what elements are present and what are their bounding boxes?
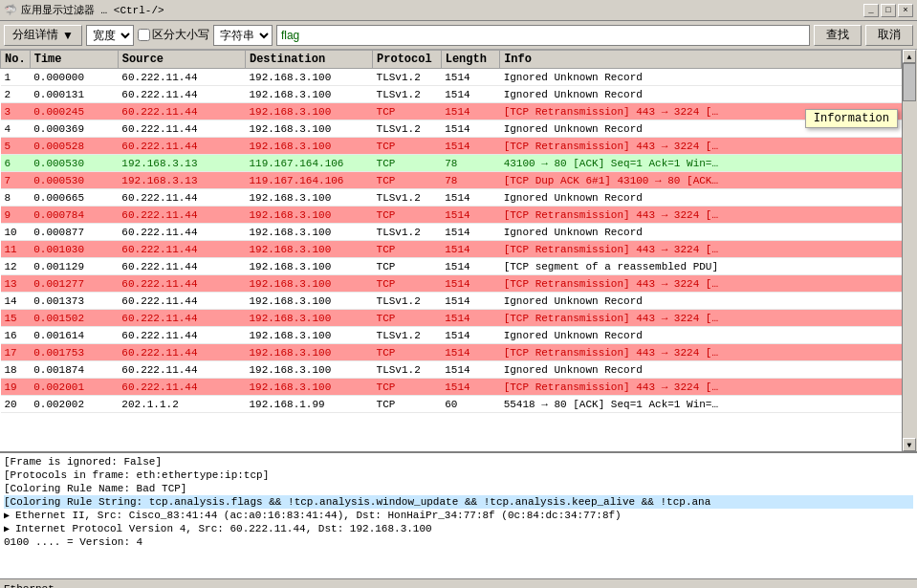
close-button[interactable]: × bbox=[898, 4, 913, 17]
packet-dst: 192.168.3.100 bbox=[245, 327, 372, 344]
header-source: Source bbox=[118, 51, 245, 69]
packet-proto: TCP bbox=[373, 138, 442, 155]
packet-dst: 192.168.3.100 bbox=[245, 310, 372, 327]
packet-dst: 192.168.3.100 bbox=[245, 379, 372, 396]
table-row[interactable]: 90.00078460.222.11.44192.168.3.100TCP151… bbox=[1, 207, 902, 224]
packet-dst: 192.168.3.100 bbox=[245, 361, 372, 379]
packet-time: 0.001277 bbox=[30, 275, 118, 293]
table-row[interactable]: 80.00066560.222.11.44192.168.3.100TLSv1.… bbox=[1, 189, 902, 207]
scroll-up-button[interactable]: ▲ bbox=[903, 50, 916, 63]
width-select[interactable]: 宽度 bbox=[86, 25, 134, 46]
cancel-button[interactable]: 取消 bbox=[865, 25, 913, 46]
table-row[interactable]: 20.00013160.222.11.44192.168.3.100TLSv1.… bbox=[1, 86, 902, 103]
packet-len: 1514 bbox=[441, 361, 499, 379]
table-row[interactable]: 120.00112960.222.11.44192.168.3.100TCP15… bbox=[1, 258, 902, 275]
packet-len: 78 bbox=[441, 155, 499, 172]
packet-src: 60.222.11.44 bbox=[118, 224, 245, 241]
detail-item-text: Internet Protocol Version 4, Src: 60.222… bbox=[15, 523, 432, 534]
scroll-down-button[interactable]: ▼ bbox=[903, 438, 916, 451]
packet-dst: 192.168.3.100 bbox=[245, 138, 372, 155]
table-row[interactable]: 130.00127760.222.11.44192.168.3.100TCP15… bbox=[1, 275, 902, 293]
table-row[interactable]: 150.00150260.222.11.44192.168.3.100TCP15… bbox=[1, 310, 902, 327]
detail-line: [Coloring Rule String: tcp.analysis.flag… bbox=[4, 495, 913, 509]
packet-no: 9 bbox=[1, 207, 31, 224]
detail-expandable-item[interactable]: ▶Ethernet II, Src: Cisco_83:41:44 (ac:a0… bbox=[4, 509, 913, 522]
header-protocol: Protocol bbox=[373, 51, 442, 69]
packet-time: 0.001502 bbox=[30, 310, 118, 327]
packet-dst: 192.168.3.100 bbox=[245, 293, 372, 310]
table-row[interactable]: 100.00087760.222.11.44192.168.3.100TLSv1… bbox=[1, 224, 902, 241]
packet-proto: TLSv1.2 bbox=[373, 69, 442, 86]
packet-no: 1 bbox=[1, 69, 31, 86]
maximize-button[interactable]: □ bbox=[881, 4, 896, 17]
packet-len: 78 bbox=[441, 172, 499, 189]
packet-len: 1514 bbox=[441, 224, 499, 241]
detail-expandable-item[interactable]: ▶Internet Protocol Version 4, Src: 60.22… bbox=[4, 522, 913, 535]
minimize-button[interactable]: _ bbox=[863, 4, 879, 17]
packet-no: 20 bbox=[1, 396, 31, 413]
packet-proto: TCP bbox=[373, 207, 442, 224]
table-row[interactable]: 40.00036960.222.11.44192.168.3.100TLSv1.… bbox=[1, 120, 902, 138]
packet-no: 12 bbox=[1, 258, 31, 275]
scroll-thumb[interactable] bbox=[903, 63, 916, 101]
packet-info: Ignored Unknown Record bbox=[500, 361, 902, 379]
packet-info: 43100 → 80 [ACK] Seq=1 Ack=1 Win=… bbox=[500, 155, 902, 172]
packet-proto: TLSv1.2 bbox=[373, 224, 442, 241]
search-button[interactable]: 查找 bbox=[814, 25, 862, 46]
table-row[interactable]: 200.002002202.1.1.2192.168.1.99TCP605541… bbox=[1, 396, 902, 413]
packet-len: 1514 bbox=[441, 241, 499, 258]
packet-time: 0.001129 bbox=[30, 258, 118, 275]
packet-proto: TCP bbox=[373, 258, 442, 275]
packet-proto: TLSv1.2 bbox=[373, 120, 442, 138]
case-sensitive-checkbox[interactable] bbox=[138, 29, 150, 41]
detail-button[interactable]: 分组详情 ▼ bbox=[4, 25, 82, 46]
match-type-select[interactable]: 字符串 bbox=[213, 25, 273, 46]
packet-src: 60.222.11.44 bbox=[118, 69, 245, 86]
packet-time: 0.000665 bbox=[30, 189, 118, 207]
packet-info: [TCP Retransmission] 443 → 3224 [… bbox=[500, 275, 902, 293]
packet-src: 60.222.11.44 bbox=[118, 103, 245, 120]
packet-time: 0.001614 bbox=[30, 327, 118, 344]
packet-proto: TCP bbox=[373, 172, 442, 189]
packet-no: 3 bbox=[1, 103, 31, 120]
table-row[interactable]: 10.00000060.222.11.44192.168.3.100TLSv1.… bbox=[1, 69, 902, 86]
status-text: Ethernet bbox=[4, 583, 55, 589]
table-row[interactable]: 180.00187460.222.11.44192.168.3.100TLSv1… bbox=[1, 361, 902, 379]
table-row[interactable]: 60.000530192.168.3.13119.167.164.106TCP7… bbox=[1, 155, 902, 172]
packet-info: Ignored Unknown Record bbox=[500, 86, 902, 103]
window-controls[interactable]: _ □ × bbox=[863, 4, 913, 17]
packet-dst: 192.168.3.100 bbox=[245, 69, 372, 86]
table-row[interactable]: 30.00024560.222.11.44192.168.3.100TCP151… bbox=[1, 103, 902, 120]
case-sensitive-checkbox-label[interactable]: 区分大小写 bbox=[138, 27, 209, 43]
packet-time: 0.001373 bbox=[30, 293, 118, 310]
packet-dst: 192.168.3.100 bbox=[245, 224, 372, 241]
info-tooltip: Information bbox=[805, 109, 898, 128]
packet-src: 60.222.11.44 bbox=[118, 120, 245, 138]
packet-src: 60.222.11.44 bbox=[118, 310, 245, 327]
filter-input[interactable] bbox=[276, 25, 810, 46]
packet-info: [TCP Retransmission] 443 → 3224 [… bbox=[500, 241, 902, 258]
packet-proto: TLSv1.2 bbox=[373, 86, 442, 103]
packet-info: Ignored Unknown Record bbox=[500, 327, 902, 344]
packet-len: 1514 bbox=[441, 258, 499, 275]
packet-len: 1514 bbox=[441, 275, 499, 293]
packet-no: 5 bbox=[1, 138, 31, 155]
packet-no: 16 bbox=[1, 327, 31, 344]
toolbar: 分组详情 ▼ 宽度 区分大小写 字符串 查找 取消 bbox=[0, 21, 917, 50]
table-row[interactable]: 50.00052860.222.11.44192.168.3.100TCP151… bbox=[1, 138, 902, 155]
table-row[interactable]: 140.00137360.222.11.44192.168.3.100TLSv1… bbox=[1, 293, 902, 310]
detail-panel: [Frame is ignored: False][Protocols in f… bbox=[0, 451, 917, 578]
packet-dst: 192.168.3.100 bbox=[245, 189, 372, 207]
table-row[interactable]: 160.00161460.222.11.44192.168.3.100TLSv1… bbox=[1, 327, 902, 344]
packet-proto: TCP bbox=[373, 396, 442, 413]
table-row[interactable]: 70.000530192.168.3.13119.167.164.106TCP7… bbox=[1, 172, 902, 189]
table-row[interactable]: 170.00175360.222.11.44192.168.3.100TCP15… bbox=[1, 344, 902, 361]
vertical-scrollbar[interactable]: ▲ ▼ bbox=[902, 50, 917, 451]
packet-proto: TCP bbox=[373, 155, 442, 172]
packet-proto: TLSv1.2 bbox=[373, 293, 442, 310]
packet-dst: 192.168.3.100 bbox=[245, 241, 372, 258]
packet-len: 1514 bbox=[441, 379, 499, 396]
table-row[interactable]: 110.00103060.222.11.44192.168.3.100TCP15… bbox=[1, 241, 902, 258]
table-row[interactable]: 190.00200160.222.11.44192.168.3.100TCP15… bbox=[1, 379, 902, 396]
packet-info: Ignored Unknown Record bbox=[500, 189, 902, 207]
